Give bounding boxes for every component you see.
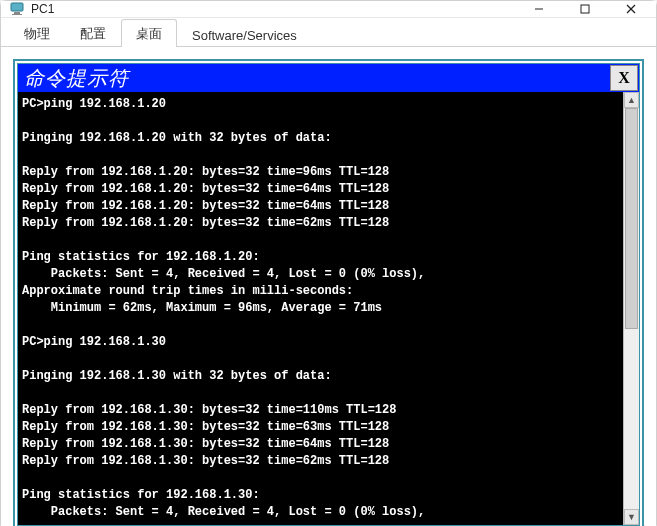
tab-physical[interactable]: 物理 xyxy=(9,19,65,47)
tab-config[interactable]: 配置 xyxy=(65,19,121,47)
titlebar[interactable]: PC1 xyxy=(1,1,656,18)
maximize-button[interactable] xyxy=(562,1,608,17)
console-scrollbar[interactable]: ▲ ▼ xyxy=(623,92,639,525)
tab-desktop[interactable]: 桌面 xyxy=(121,19,177,47)
close-icon: X xyxy=(618,69,630,87)
console-window-frame: 命令提示符 X PC>ping 192.168.1.20 Pinging 192… xyxy=(13,59,644,526)
app-window: PC1 物理 配置 桌面 Software/Services xyxy=(0,0,657,526)
scroll-track[interactable] xyxy=(624,108,639,509)
window-title: PC1 xyxy=(31,2,54,16)
tab-label: 桌面 xyxy=(136,26,162,41)
tab-bar: 物理 配置 桌面 Software/Services xyxy=(1,18,656,47)
svg-rect-0 xyxy=(11,3,23,11)
console-title: 命令提示符 xyxy=(18,64,609,92)
tab-software-services[interactable]: Software/Services xyxy=(177,22,312,47)
svg-rect-4 xyxy=(581,5,589,13)
content-area: 命令提示符 X PC>ping 192.168.1.20 Pinging 192… xyxy=(1,47,656,526)
console-output[interactable]: PC>ping 192.168.1.20 Pinging 192.168.1.2… xyxy=(18,92,623,525)
svg-rect-2 xyxy=(12,14,22,15)
minimize-button[interactable] xyxy=(516,1,562,17)
tab-label: Software/Services xyxy=(192,28,297,43)
console-titlebar[interactable]: 命令提示符 X xyxy=(18,64,639,92)
console-close-button[interactable]: X xyxy=(610,65,638,91)
scroll-thumb[interactable] xyxy=(625,108,638,329)
svg-rect-1 xyxy=(14,12,20,14)
scroll-down-button[interactable]: ▼ xyxy=(624,509,639,525)
tab-label: 配置 xyxy=(80,26,106,41)
window-controls xyxy=(516,1,654,17)
close-button[interactable] xyxy=(608,1,654,17)
tab-label: 物理 xyxy=(24,26,50,41)
scroll-up-button[interactable]: ▲ xyxy=(624,92,639,108)
pc-icon xyxy=(9,1,25,17)
